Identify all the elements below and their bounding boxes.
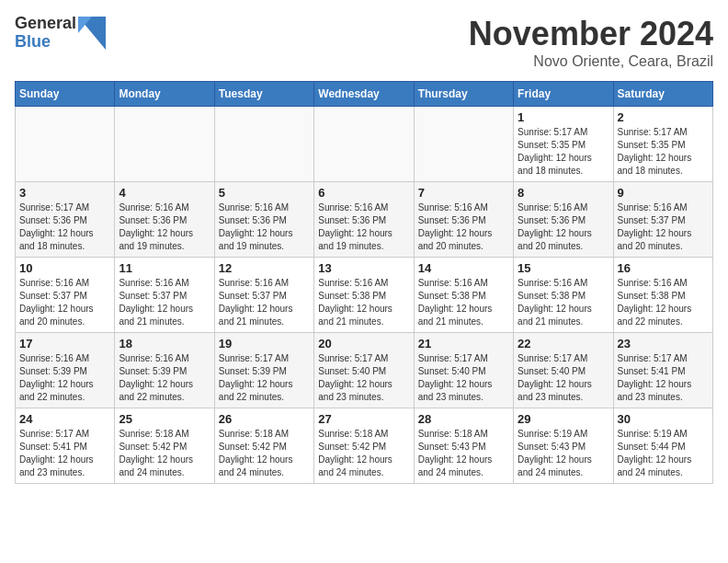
calendar-cell xyxy=(414,107,513,182)
calendar-header-row: SundayMondayTuesdayWednesdayThursdayFrid… xyxy=(16,82,713,107)
calendar-header-sunday: Sunday xyxy=(16,82,115,107)
day-info: Sunrise: 5:16 AM Sunset: 5:36 PM Dayligh… xyxy=(518,201,609,253)
day-number: 10 xyxy=(19,261,110,275)
calendar-week-4: 17Sunrise: 5:16 AM Sunset: 5:39 PM Dayli… xyxy=(16,333,713,408)
calendar-header-thursday: Thursday xyxy=(414,82,513,107)
calendar-cell xyxy=(16,107,115,182)
day-info: Sunrise: 5:16 AM Sunset: 5:36 PM Dayligh… xyxy=(418,201,509,253)
day-number: 8 xyxy=(518,186,609,200)
calendar-cell: 24Sunrise: 5:17 AM Sunset: 5:41 PM Dayli… xyxy=(16,408,115,484)
page-header: General Blue November 2024 Novo Oriente,… xyxy=(15,15,713,70)
logo-general: General xyxy=(15,15,76,33)
calendar-header-saturday: Saturday xyxy=(613,82,712,107)
day-info: Sunrise: 5:17 AM Sunset: 5:35 PM Dayligh… xyxy=(518,126,609,178)
day-number: 28 xyxy=(418,412,509,426)
day-number: 30 xyxy=(618,412,709,426)
calendar-cell: 3Sunrise: 5:17 AM Sunset: 5:36 PM Daylig… xyxy=(16,182,115,258)
calendar-cell: 26Sunrise: 5:18 AM Sunset: 5:42 PM Dayli… xyxy=(214,408,313,484)
day-number: 24 xyxy=(19,412,110,426)
calendar-cell: 29Sunrise: 5:19 AM Sunset: 5:43 PM Dayli… xyxy=(514,408,613,484)
day-info: Sunrise: 5:16 AM Sunset: 5:37 PM Dayligh… xyxy=(219,277,310,328)
day-info: Sunrise: 5:17 AM Sunset: 5:39 PM Dayligh… xyxy=(219,352,310,404)
day-info: Sunrise: 5:18 AM Sunset: 5:42 PM Dayligh… xyxy=(119,428,210,479)
day-info: Sunrise: 5:16 AM Sunset: 5:38 PM Dayligh… xyxy=(618,277,709,328)
day-info: Sunrise: 5:17 AM Sunset: 5:40 PM Dayligh… xyxy=(518,352,609,404)
calendar-cell: 15Sunrise: 5:16 AM Sunset: 5:38 PM Dayli… xyxy=(514,258,613,333)
day-number: 18 xyxy=(119,337,210,350)
month-title: November 2024 xyxy=(469,15,713,53)
calendar-cell: 21Sunrise: 5:17 AM Sunset: 5:40 PM Dayli… xyxy=(414,333,513,408)
calendar-header-wednesday: Wednesday xyxy=(314,82,414,107)
calendar-week-1: 1Sunrise: 5:17 AM Sunset: 5:35 PM Daylig… xyxy=(16,107,713,182)
day-info: Sunrise: 5:16 AM Sunset: 5:38 PM Dayligh… xyxy=(318,277,409,328)
day-info: Sunrise: 5:17 AM Sunset: 5:40 PM Dayligh… xyxy=(418,352,509,404)
day-number: 25 xyxy=(119,412,210,426)
day-info: Sunrise: 5:16 AM Sunset: 5:36 PM Dayligh… xyxy=(119,201,210,253)
day-info: Sunrise: 5:16 AM Sunset: 5:39 PM Dayligh… xyxy=(19,352,110,404)
calendar-cell: 14Sunrise: 5:16 AM Sunset: 5:38 PM Dayli… xyxy=(414,258,513,333)
calendar-cell: 13Sunrise: 5:16 AM Sunset: 5:38 PM Dayli… xyxy=(314,258,414,333)
calendar-cell xyxy=(314,107,414,182)
calendar-cell: 18Sunrise: 5:16 AM Sunset: 5:39 PM Dayli… xyxy=(115,333,214,408)
calendar-cell: 5Sunrise: 5:16 AM Sunset: 5:36 PM Daylig… xyxy=(214,182,313,258)
day-info: Sunrise: 5:18 AM Sunset: 5:43 PM Dayligh… xyxy=(418,428,509,479)
calendar-cell xyxy=(214,107,313,182)
calendar-week-5: 24Sunrise: 5:17 AM Sunset: 5:41 PM Dayli… xyxy=(16,408,713,484)
day-number: 22 xyxy=(518,337,609,350)
day-number: 15 xyxy=(518,261,609,275)
calendar-header-friday: Friday xyxy=(514,82,613,107)
day-number: 12 xyxy=(219,261,310,275)
calendar-cell: 9Sunrise: 5:16 AM Sunset: 5:37 PM Daylig… xyxy=(613,182,712,258)
day-info: Sunrise: 5:16 AM Sunset: 5:37 PM Dayligh… xyxy=(618,201,709,253)
day-number: 23 xyxy=(618,337,709,350)
calendar-cell: 23Sunrise: 5:17 AM Sunset: 5:41 PM Dayli… xyxy=(613,333,712,408)
day-info: Sunrise: 5:17 AM Sunset: 5:41 PM Dayligh… xyxy=(618,352,709,404)
day-number: 1 xyxy=(518,110,609,124)
day-info: Sunrise: 5:16 AM Sunset: 5:36 PM Dayligh… xyxy=(219,201,310,253)
calendar-header-monday: Monday xyxy=(115,82,214,107)
calendar-cell: 16Sunrise: 5:16 AM Sunset: 5:38 PM Dayli… xyxy=(613,258,712,333)
day-number: 19 xyxy=(219,337,310,350)
day-info: Sunrise: 5:18 AM Sunset: 5:42 PM Dayligh… xyxy=(219,428,310,479)
day-number: 14 xyxy=(418,261,509,275)
day-number: 6 xyxy=(318,186,409,200)
day-number: 20 xyxy=(318,337,409,350)
calendar-cell: 28Sunrise: 5:18 AM Sunset: 5:43 PM Dayli… xyxy=(414,408,513,484)
calendar-cell: 19Sunrise: 5:17 AM Sunset: 5:39 PM Dayli… xyxy=(214,333,313,408)
calendar-cell: 17Sunrise: 5:16 AM Sunset: 5:39 PM Dayli… xyxy=(16,333,115,408)
logo: General Blue xyxy=(15,15,106,52)
calendar-table: SundayMondayTuesdayWednesdayThursdayFrid… xyxy=(15,81,713,484)
calendar-week-3: 10Sunrise: 5:16 AM Sunset: 5:37 PM Dayli… xyxy=(16,258,713,333)
title-block: November 2024 Novo Oriente, Ceara, Brazi… xyxy=(469,15,713,70)
day-number: 9 xyxy=(618,186,709,200)
day-info: Sunrise: 5:16 AM Sunset: 5:37 PM Dayligh… xyxy=(119,277,210,328)
day-info: Sunrise: 5:17 AM Sunset: 5:41 PM Dayligh… xyxy=(19,428,110,479)
calendar-cell: 1Sunrise: 5:17 AM Sunset: 5:35 PM Daylig… xyxy=(514,107,613,182)
logo-blue: Blue xyxy=(15,33,76,52)
day-number: 16 xyxy=(618,261,709,275)
day-number: 4 xyxy=(119,186,210,200)
day-info: Sunrise: 5:18 AM Sunset: 5:42 PM Dayligh… xyxy=(318,428,409,479)
calendar-cell: 22Sunrise: 5:17 AM Sunset: 5:40 PM Dayli… xyxy=(514,333,613,408)
day-number: 27 xyxy=(318,412,409,426)
calendar-cell: 10Sunrise: 5:16 AM Sunset: 5:37 PM Dayli… xyxy=(16,258,115,333)
day-info: Sunrise: 5:16 AM Sunset: 5:38 PM Dayligh… xyxy=(518,277,609,328)
calendar-cell: 4Sunrise: 5:16 AM Sunset: 5:36 PM Daylig… xyxy=(115,182,214,258)
day-number: 21 xyxy=(418,337,509,350)
day-info: Sunrise: 5:17 AM Sunset: 5:36 PM Dayligh… xyxy=(19,201,110,253)
day-number: 17 xyxy=(19,337,110,350)
day-info: Sunrise: 5:16 AM Sunset: 5:39 PM Dayligh… xyxy=(119,352,210,404)
location: Novo Oriente, Ceara, Brazil xyxy=(469,53,713,70)
day-number: 3 xyxy=(19,186,110,200)
day-info: Sunrise: 5:16 AM Sunset: 5:38 PM Dayligh… xyxy=(418,277,509,328)
day-number: 29 xyxy=(518,412,609,426)
calendar-week-2: 3Sunrise: 5:17 AM Sunset: 5:36 PM Daylig… xyxy=(16,182,713,258)
day-info: Sunrise: 5:19 AM Sunset: 5:44 PM Dayligh… xyxy=(618,428,709,479)
calendar-cell: 11Sunrise: 5:16 AM Sunset: 5:37 PM Dayli… xyxy=(115,258,214,333)
day-number: 26 xyxy=(219,412,310,426)
calendar-cell: 7Sunrise: 5:16 AM Sunset: 5:36 PM Daylig… xyxy=(414,182,513,258)
calendar-cell: 25Sunrise: 5:18 AM Sunset: 5:42 PM Dayli… xyxy=(115,408,214,484)
day-info: Sunrise: 5:19 AM Sunset: 5:43 PM Dayligh… xyxy=(518,428,609,479)
calendar-cell xyxy=(115,107,214,182)
calendar-cell: 30Sunrise: 5:19 AM Sunset: 5:44 PM Dayli… xyxy=(613,408,712,484)
